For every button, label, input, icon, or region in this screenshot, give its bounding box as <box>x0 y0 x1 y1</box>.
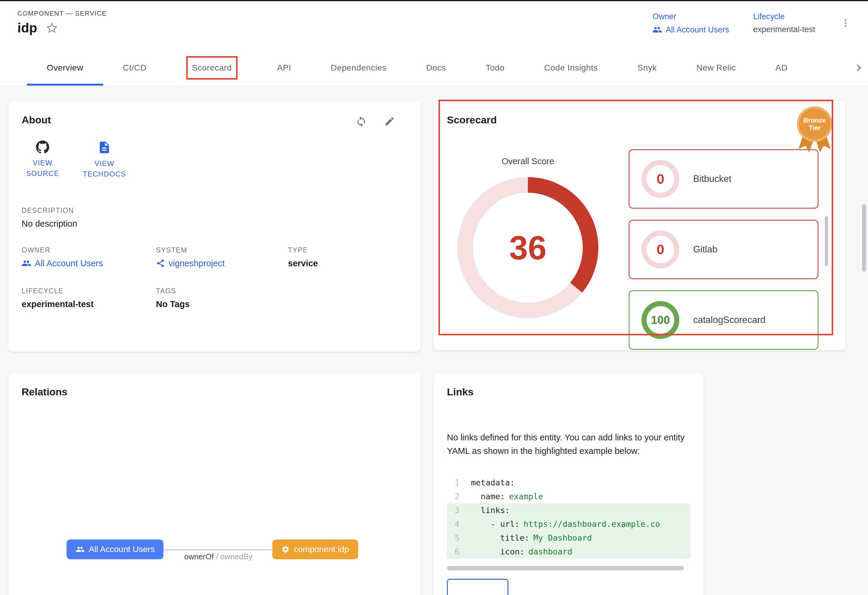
scorecard-title: Scorecard <box>447 114 832 126</box>
tab-code-insights[interactable]: Code Insights <box>524 50 617 86</box>
refresh-icon[interactable] <box>356 116 367 127</box>
annotation-box-tab: Scorecard <box>186 56 238 80</box>
system-field-link[interactable]: vigneshproject <box>156 259 288 268</box>
tab-scorecard[interactable]: Scorecard <box>167 50 257 86</box>
tab-docs[interactable]: Docs <box>406 50 466 86</box>
tab-todo[interactable]: Todo <box>466 50 524 86</box>
content-area: About VIEW SOURCE <box>0 86 868 595</box>
scorecard-wrap: Scorecard Bronze Tier Overall Score 36 <box>434 101 846 350</box>
tab-new-relic[interactable]: New Relic <box>677 50 756 86</box>
lifecycle-label: Lifecycle <box>753 12 815 21</box>
owner-meta: Owner All Account Users <box>652 12 729 34</box>
score-item-gitlab[interactable]: 0 Gitlab <box>629 220 818 279</box>
about-card: About VIEW SOURCE <box>8 101 421 352</box>
relation-node-owner[interactable]: All Account Users <box>66 539 164 559</box>
score-item-catalogscorecard[interactable]: 100 catalogScorecard <box>629 290 818 350</box>
code-line-highlighted: 6 icon:dashboard <box>447 545 691 559</box>
entity-header: COMPONENT — SERVICE idp Owner All Accoun… <box>0 1 868 50</box>
overall-donut: 36 <box>458 177 598 318</box>
people-icon <box>22 259 31 268</box>
system-field: SYSTEM vigneshproject <box>156 246 288 268</box>
tab-dependencies[interactable]: Dependencies <box>311 50 406 86</box>
code-line-highlighted: 5 title:My Dashboard <box>447 531 691 545</box>
overall-score-value: 36 <box>509 228 547 267</box>
tab-snyk[interactable]: Snyk <box>617 50 677 86</box>
owner-link[interactable]: All Account Users <box>652 25 729 34</box>
kebab-menu-icon[interactable] <box>840 18 850 28</box>
tab-ci-cd[interactable]: CI/CD <box>103 50 167 86</box>
tier-badge-label: Bronze Tier <box>802 117 827 132</box>
code-line-highlighted: 3 links: <box>447 503 691 517</box>
page-title: idp <box>18 21 37 36</box>
header-meta: Owner All Account Users Lifecycle experi… <box>652 12 815 34</box>
chevron-right-icon[interactable] <box>850 50 864 86</box>
score-badge: 100 <box>642 301 679 339</box>
owner-label: Owner <box>652 12 729 21</box>
tab-overview[interactable]: Overview <box>27 50 103 86</box>
owner-field: OWNER All Account Users <box>22 246 156 268</box>
github-icon <box>36 141 49 154</box>
lifecycle-meta: Lifecycle experimental-test <box>753 12 815 34</box>
score-badge: 0 <box>642 160 679 198</box>
overall-score-label: Overall Score <box>453 156 603 166</box>
gear-icon <box>281 545 290 554</box>
relations-title: Relations <box>22 386 407 398</box>
tags-field: TAGS No Tags <box>156 287 288 309</box>
tier-badge: Bronze Tier <box>797 106 832 155</box>
relations-card: Relations All Account Users component:id… <box>8 373 421 595</box>
people-icon <box>75 545 84 554</box>
code-line: 1metadata: <box>447 476 691 490</box>
links-card: Links No links defined for this entity. … <box>434 373 704 595</box>
view-techdocs-button[interactable]: VIEW TECHDOCS <box>83 141 125 179</box>
relations-graph: All Account Users component:idp ownerOf/… <box>22 398 407 595</box>
description-value: No description <box>22 219 407 229</box>
links-empty-text: No links defined for this entity. You ca… <box>447 431 692 458</box>
tags-value: No Tags <box>156 299 288 309</box>
relation-edge <box>158 549 289 550</box>
score-badge: 0 <box>642 231 679 268</box>
action-button-partial[interactable] <box>447 579 508 595</box>
people-icon <box>652 25 662 34</box>
tab-api[interactable]: API <box>257 50 311 86</box>
type-field: TYPE service <box>288 246 407 268</box>
code-line: 2 name:example <box>447 490 691 503</box>
yaml-example-code: 1metadata: 2 name:example 3 links: 4 - u… <box>447 476 691 559</box>
view-source-button[interactable]: VIEW SOURCE <box>22 141 63 179</box>
view-techdocs-label: VIEW TECHDOCS <box>83 158 126 179</box>
type-value: service <box>288 259 407 268</box>
scorecard-scrollbar[interactable] <box>825 216 828 266</box>
code-horizontal-scrollbar[interactable] <box>447 566 684 570</box>
lifecycle-value: experimental-test <box>753 25 815 34</box>
techdocs-icon <box>97 141 111 154</box>
links-title: Links <box>447 386 691 398</box>
lifecycle-field-value: experimental-test <box>22 299 156 309</box>
tab-ad-partial[interactable]: AD <box>756 50 807 86</box>
description-label: DESCRIPTION <box>22 207 407 215</box>
edit-icon[interactable] <box>384 116 395 127</box>
star-icon[interactable] <box>45 21 59 35</box>
owner-field-link[interactable]: All Account Users <box>22 259 156 268</box>
page-scrollbar[interactable] <box>862 204 866 272</box>
score-item-bitbucket[interactable]: 0 Bitbucket <box>629 149 818 209</box>
code-line-highlighted: 4 - url:https://dashboard.example.co <box>447 517 691 531</box>
owner-value: All Account Users <box>666 25 729 34</box>
tab-bar: Overview CI/CD Scorecard API Dependencie… <box>0 50 868 86</box>
system-icon <box>156 259 165 268</box>
view-source-label: VIEW SOURCE <box>22 158 63 179</box>
relation-edge-label: ownerOf/ ownedBy <box>155 552 281 561</box>
relation-node-component[interactable]: component:idp <box>272 539 358 559</box>
lifecycle-field: LIFECYCLE experimental-test <box>22 287 156 309</box>
scorecard-card: Scorecard Bronze Tier Overall Score 36 <box>434 101 846 350</box>
about-title: About <box>22 114 51 126</box>
